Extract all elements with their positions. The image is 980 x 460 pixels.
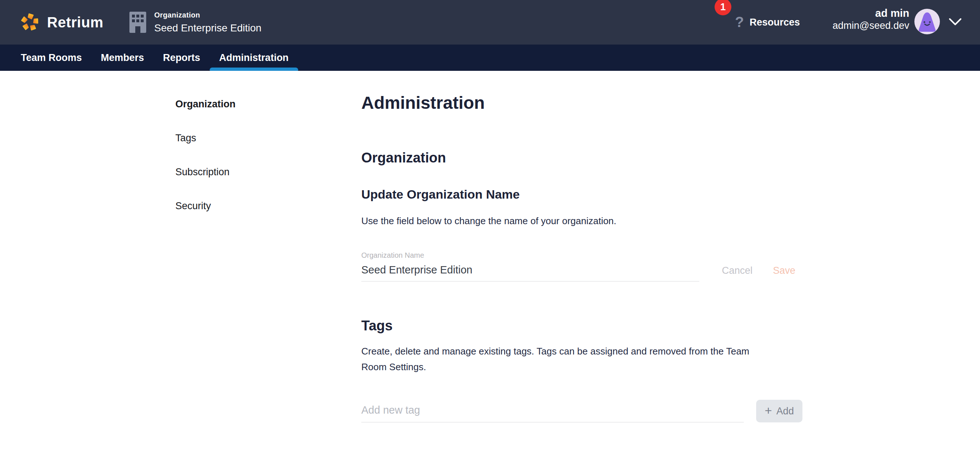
tab-administration-label: Administration — [219, 52, 289, 64]
retrium-logo[interactable]: Retrium — [20, 0, 103, 45]
chevron-down-icon[interactable] — [948, 17, 963, 27]
update-org-name-heading: Update Organization Name — [361, 186, 803, 203]
admin-sidebar: Organization Tags Subscription Security — [175, 91, 361, 422]
org-name-field-row: Organization Name Cancel Save — [361, 251, 803, 281]
help-icon[interactable]: ? — [735, 14, 744, 30]
org-name: Seed Enterprise Edition — [154, 22, 261, 34]
page-title: Administration — [361, 91, 803, 115]
sidebar-item-organization[interactable]: Organization — [175, 99, 235, 110]
tab-reports[interactable]: Reports — [153, 45, 210, 71]
user-info: ad min admin@seed.dev — [832, 6, 909, 31]
org-label: Organization — [154, 11, 261, 19]
tab-members[interactable]: Members — [92, 45, 154, 71]
update-org-name-description: Use the field below to change the name o… — [361, 213, 803, 229]
plus-icon: + — [765, 404, 772, 417]
building-icon — [129, 12, 146, 33]
sidebar-item-tags[interactable]: Tags — [175, 133, 196, 144]
avatar[interactable] — [915, 9, 940, 34]
tab-team-rooms[interactable]: Team Rooms — [11, 45, 92, 71]
save-button[interactable]: Save — [773, 265, 795, 276]
primary-nav: Team Rooms Members Reports Administratio… — [0, 45, 980, 71]
org-name-label: Organization Name — [361, 251, 699, 260]
user-name: ad min — [832, 6, 909, 20]
active-tab-underline — [210, 67, 298, 71]
tags-description: Create, delete and manage existing tags.… — [361, 343, 770, 375]
sidebar-item-security[interactable]: Security — [175, 200, 211, 212]
tab-administration[interactable]: Administration — [210, 45, 298, 71]
add-tag-button[interactable]: + Add — [756, 400, 802, 422]
add-tag-input[interactable] — [361, 404, 744, 422]
cancel-button[interactable]: Cancel — [722, 265, 752, 276]
user-email: admin@seed.dev — [832, 20, 909, 31]
sidebar-item-subscription[interactable]: Subscription — [175, 166, 230, 178]
main-area: Organization Tags Subscription Security … — [0, 71, 980, 422]
add-tag-button-label: Add — [776, 406, 794, 417]
brand-name: Retrium — [47, 14, 103, 31]
current-organization: Organization Seed Enterprise Edition — [129, 11, 261, 34]
tags-section-heading: Tags — [361, 316, 803, 335]
admin-content: Administration Organization Update Organ… — [361, 91, 803, 422]
add-tag-row: + Add — [361, 400, 803, 422]
organization-section-heading: Organization — [361, 148, 803, 167]
notification-badge[interactable]: 1 — [714, 0, 731, 15]
org-name-actions: Cancel Save — [722, 265, 795, 281]
org-name-input[interactable] — [361, 264, 699, 281]
resources-button[interactable]: Resources — [749, 17, 800, 28]
retrium-logo-icon — [20, 12, 40, 32]
app-header: Retrium Organization Seed Enterprise Edi… — [0, 0, 980, 45]
